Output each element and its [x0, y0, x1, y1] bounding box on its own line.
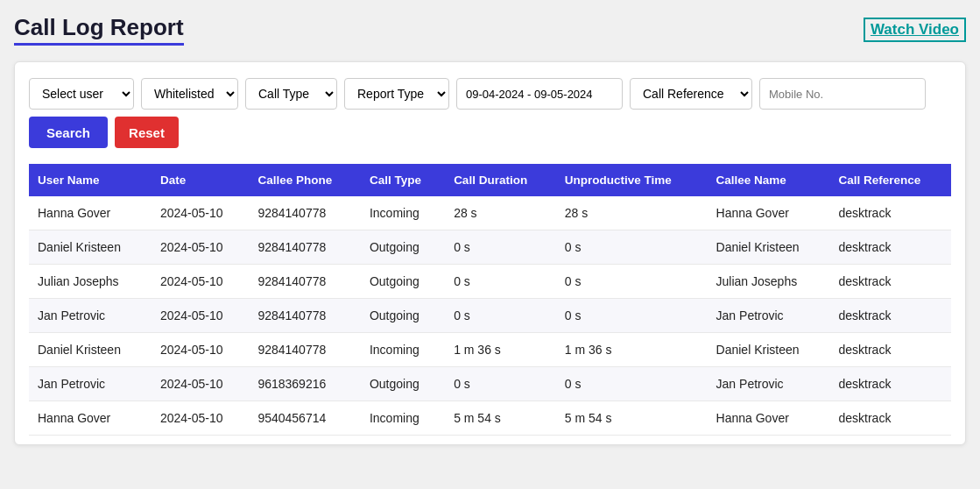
table-header-row: User Name Date Callee Phone Call Type Ca…	[29, 164, 951, 196]
col-user-name: User Name	[29, 164, 152, 196]
table-row: Daniel Kristeen2024-05-109284140778Incom…	[29, 333, 951, 367]
table-row: Hanna Gover2024-05-109284140778Incoming2…	[29, 196, 951, 230]
table-row: Daniel Kristeen2024-05-109284140778Outgo…	[29, 230, 951, 265]
select-user-dropdown[interactable]: Select user	[29, 78, 134, 110]
call-log-table: User Name Date Callee Phone Call Type Ca…	[29, 164, 951, 436]
date-range-input[interactable]	[456, 78, 623, 110]
table-body: Hanna Gover2024-05-109284140778Incoming2…	[29, 196, 951, 436]
watch-video-link[interactable]: Watch Video	[864, 18, 966, 42]
col-callee-phone: Callee Phone	[249, 164, 361, 196]
reset-button[interactable]: Reset	[115, 117, 179, 148]
col-call-reference: Call Reference	[829, 164, 951, 196]
table-row: Jan Petrovic2024-05-109618369216Outgoing…	[29, 367, 951, 401]
table-row: Julian Josephs2024-05-109284140778Outgoi…	[29, 265, 951, 299]
main-card: Select user Whitelisted Call Type Report…	[14, 61, 966, 445]
mobile-number-input[interactable]	[759, 78, 926, 110]
filter-row: Select user Whitelisted Call Type Report…	[29, 78, 951, 148]
col-call-type: Call Type	[361, 164, 445, 196]
col-unproductive-time: Unproductive Time	[556, 164, 708, 196]
call-type-dropdown[interactable]: Call Type	[245, 78, 337, 110]
search-button[interactable]: Search	[29, 117, 108, 148]
table-row: Jan Petrovic2024-05-109284140778Outgoing…	[29, 299, 951, 333]
col-callee-name: Callee Name	[708, 164, 830, 196]
col-call-duration: Call Duration	[445, 164, 556, 196]
whitelist-dropdown[interactable]: Whitelisted	[141, 78, 238, 110]
page-header: Call Log Report Watch Video	[14, 14, 966, 46]
table-row: Hanna Gover2024-05-109540456714Incoming5…	[29, 401, 951, 436]
call-reference-dropdown[interactable]: Call Reference	[630, 78, 752, 110]
col-date: Date	[152, 164, 250, 196]
report-type-dropdown[interactable]: Report Type	[344, 78, 449, 110]
page-title: Call Log Report	[14, 14, 184, 46]
